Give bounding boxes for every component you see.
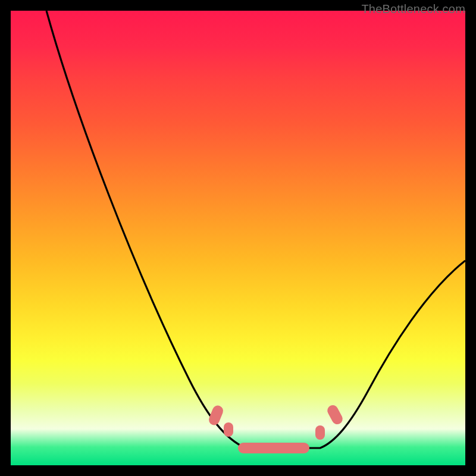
marker-point	[224, 422, 233, 437]
bottleneck-curve	[11, 11, 465, 465]
watermark-text: TheBottleneck.com	[361, 2, 465, 16]
chart-frame: TheBottleneck.com	[0, 0, 476, 476]
marker-point	[315, 425, 325, 440]
marker-flat-bottom	[238, 443, 309, 453]
